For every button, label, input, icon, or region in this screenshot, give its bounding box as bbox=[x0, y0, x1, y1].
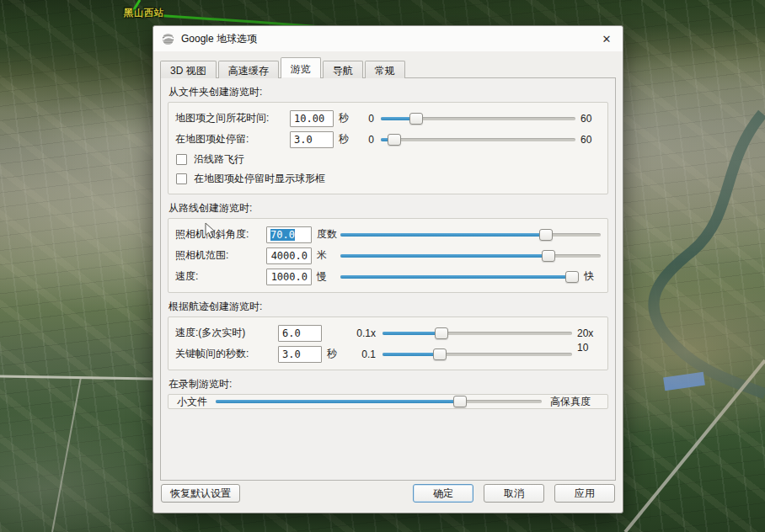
meters-unit-label: 米 bbox=[312, 248, 340, 263]
recording-quality-slider[interactable] bbox=[216, 394, 542, 409]
fly-along-lines-label[interactable]: 沿线路飞行 bbox=[194, 152, 244, 167]
route-station-label: 黑山西站 bbox=[124, 7, 164, 19]
camera-range-slider[interactable] bbox=[340, 248, 601, 263]
show-balloon-label[interactable]: 在地图项处停留时显示球形框 bbox=[194, 172, 325, 186]
camera-tilt-input[interactable]: 70.0 bbox=[266, 226, 312, 243]
degrees-unit-label: 度数 bbox=[312, 227, 340, 242]
slider-handle[interactable] bbox=[542, 250, 555, 262]
ok-button[interactable]: 确定 bbox=[413, 484, 473, 503]
slider-fill bbox=[382, 353, 440, 356]
camera-range-label: 照相机范围: bbox=[175, 248, 266, 263]
slider-fill bbox=[216, 400, 460, 403]
group-from-line: 照相机倾斜角度: 70.0 度数 照相机范围: 4000.0 米 bbox=[168, 218, 608, 293]
camera-tilt-slider[interactable] bbox=[340, 227, 601, 242]
camera-range-row: 照相机范围: 4000.0 米 bbox=[175, 245, 601, 266]
group-recording: 小文件 高保真度 bbox=[168, 394, 608, 409]
keyframe-seconds-slider[interactable] bbox=[382, 347, 572, 362]
slider-max-label: 60 bbox=[580, 134, 601, 146]
section-title-from-line: 从路线创建游览时: bbox=[169, 201, 608, 215]
slow-label: 慢 bbox=[312, 269, 340, 284]
section-title-from-folder: 从文件夹创建游览时: bbox=[169, 85, 608, 98]
slider-handle[interactable] bbox=[565, 271, 579, 283]
slider-track[interactable] bbox=[381, 138, 575, 141]
dialog-titlebar[interactable]: Google 地球选项 ✕ bbox=[153, 26, 623, 51]
google-earth-icon bbox=[162, 33, 174, 45]
slider-handle[interactable] bbox=[453, 396, 467, 407]
fast-label: 快 bbox=[584, 269, 601, 284]
tab-cache[interactable]: 高速缓存 bbox=[218, 61, 279, 78]
small-file-label: 小文件 bbox=[177, 395, 207, 409]
tab-navigation[interactable]: 导航 bbox=[323, 61, 363, 78]
slider-handle[interactable] bbox=[409, 113, 423, 125]
apply-button[interactable]: 应用 bbox=[554, 484, 615, 503]
seconds-unit-label: 秒 bbox=[322, 347, 345, 361]
fly-along-lines-checkbox[interactable] bbox=[176, 154, 187, 165]
fly-along-lines-row: 沿线路飞行 bbox=[175, 150, 601, 169]
high-fidelity-label: 高保真度 bbox=[550, 395, 601, 409]
slider-min-label: 0.1 bbox=[345, 348, 376, 360]
line-speed-slider[interactable] bbox=[340, 269, 579, 285]
track-speed-slider[interactable] bbox=[382, 326, 572, 341]
tab-touring[interactable]: 游览 bbox=[281, 57, 321, 78]
slider-min-label: 0 bbox=[361, 134, 374, 146]
seconds-unit-label: 秒 bbox=[334, 132, 361, 146]
slider-handle[interactable] bbox=[433, 348, 447, 360]
blue-roof-building bbox=[663, 372, 705, 391]
wait-at-features-label: 在地图项处停留: bbox=[175, 132, 290, 146]
footer-button-group: 确定 取消 应用 bbox=[413, 484, 615, 503]
slider-min-label: 0.1x bbox=[345, 327, 376, 339]
tab-bar: 3D 视图 高速缓存 游览 导航 常规 bbox=[160, 57, 616, 78]
slider-max-label: 60 bbox=[580, 113, 601, 125]
track-speed-label: 速度:(多次实时) bbox=[175, 326, 278, 340]
track-speed-input[interactable]: 6.0 bbox=[278, 325, 322, 342]
section-title-from-track: 根据航迹创建游览时: bbox=[169, 300, 608, 313]
camera-tilt-label: 照相机倾斜角度: bbox=[175, 227, 266, 242]
keyframe-seconds-input[interactable]: 3.0 bbox=[278, 346, 322, 363]
slider-fill bbox=[340, 233, 546, 237]
wait-at-features-input[interactable]: 3.0 bbox=[290, 131, 334, 148]
keyframe-seconds-label: 关键帧间的秒数: bbox=[175, 347, 278, 361]
camera-range-input[interactable]: 4000.0 bbox=[266, 247, 312, 264]
line-speed-input[interactable]: 1000.0 bbox=[266, 269, 312, 285]
group-from-track: 速度:(多次实时) 6.0 0.1x 20x 关键帧间的秒数: 3.0 秒 0.… bbox=[168, 317, 608, 370]
seconds-unit-label: 秒 bbox=[334, 111, 361, 125]
close-icon[interactable]: ✕ bbox=[599, 31, 614, 46]
wait-at-features-slider[interactable] bbox=[381, 132, 575, 147]
tab-3d-view[interactable]: 3D 视图 bbox=[160, 61, 217, 78]
slider-max-label: 20x bbox=[577, 327, 601, 339]
camera-tilt-row: 照相机倾斜角度: 70.0 度数 bbox=[175, 224, 601, 245]
time-between-features-row: 地图项之间所花时间: 10.00 秒 0 60 bbox=[175, 108, 601, 129]
time-between-features-input[interactable]: 10.00 bbox=[290, 110, 334, 127]
show-balloon-checkbox[interactable] bbox=[176, 173, 187, 184]
time-between-features-label: 地图项之间所花时间: bbox=[175, 111, 290, 125]
options-dialog: Google 地球选项 ✕ 3D 视图 高速缓存 游览 导航 常规 从文件夹创建… bbox=[152, 25, 623, 513]
section-title-recording: 在录制游览时: bbox=[169, 377, 608, 391]
slider-fill bbox=[382, 332, 441, 335]
slider-fill bbox=[340, 254, 548, 258]
slider-max-label: 10 bbox=[577, 342, 601, 354]
slider-min-label: 0 bbox=[361, 113, 374, 125]
dialog-footer: 恢复默认设置 确定 取消 应用 bbox=[161, 484, 615, 503]
slider-handle[interactable] bbox=[435, 327, 448, 339]
line-speed-label: 速度: bbox=[175, 269, 266, 284]
time-between-features-slider[interactable] bbox=[381, 111, 575, 126]
wait-at-features-row: 在地图项处停留: 3.0 秒 0 60 bbox=[175, 129, 601, 150]
line-speed-row: 速度: 1000.0 慢 快 bbox=[175, 266, 601, 287]
slider-fill bbox=[340, 275, 572, 279]
restore-defaults-button[interactable]: 恢复默认设置 bbox=[161, 484, 240, 503]
keyframe-seconds-row: 关键帧间的秒数: 3.0 秒 0.1 10 bbox=[175, 343, 601, 364]
cancel-button[interactable]: 取消 bbox=[484, 484, 544, 503]
road-horizontal bbox=[0, 376, 152, 379]
road-vertical bbox=[52, 377, 81, 532]
dialog-title: Google 地球选项 bbox=[181, 32, 599, 46]
slider-handle[interactable] bbox=[388, 134, 401, 146]
group-from-folder: 地图项之间所花时间: 10.00 秒 0 60 在地图项处停留: 3.0 秒 0 bbox=[168, 102, 608, 194]
river bbox=[654, 114, 765, 394]
tab-general[interactable]: 常规 bbox=[365, 61, 405, 78]
track-speed-row: 速度:(多次实时) 6.0 0.1x 20x bbox=[175, 322, 601, 343]
tab-panel-touring: 从文件夹创建游览时: 地图项之间所花时间: 10.00 秒 0 60 在地图项处… bbox=[160, 77, 616, 481]
show-balloon-row: 在地图项处停留时显示球形框 bbox=[175, 169, 601, 189]
slider-handle[interactable] bbox=[539, 229, 553, 241]
road-diagonal bbox=[625, 360, 765, 532]
